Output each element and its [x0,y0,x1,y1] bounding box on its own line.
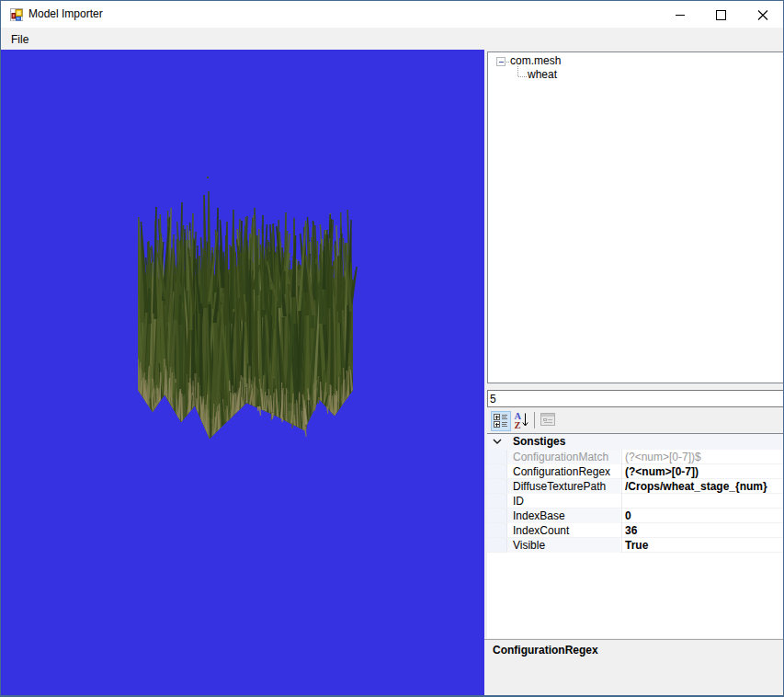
svg-text:Z: Z [515,420,521,430]
